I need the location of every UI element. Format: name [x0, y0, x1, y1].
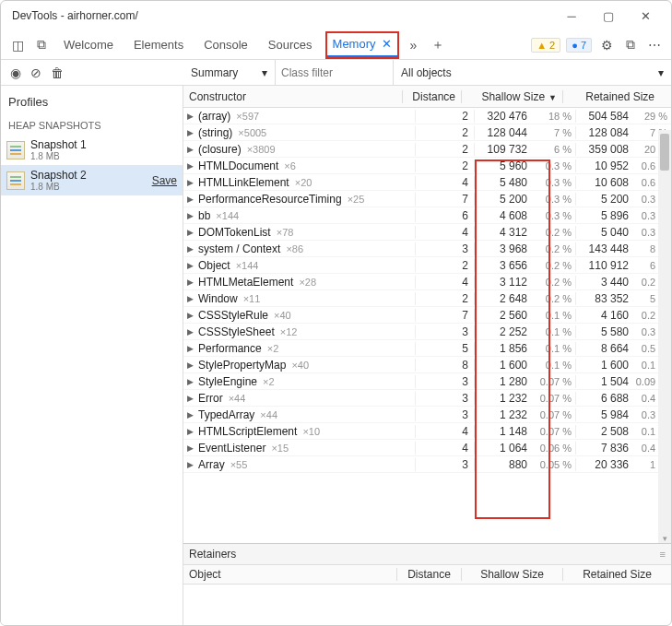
class-filter-input[interactable] [276, 60, 393, 85]
table-row[interactable]: ▶TypedArray×4431 2320.07 %5 9840.3 % [183, 407, 671, 423]
tab-console[interactable]: Console [195, 31, 257, 59]
snapshot-item-2[interactable]: Snapshot 2 1.8 MB Save [1, 165, 183, 195]
expand-icon[interactable]: ▶ [187, 327, 196, 337]
shallow-value: 1 280 [474, 375, 529, 388]
table-row[interactable]: ▶EventListener×1541 0640.06 %7 8360.4 % [183, 440, 671, 456]
shallow-value: 2 560 [474, 309, 529, 322]
table-row[interactable]: ▶PerformanceResourceTiming×2575 2000.3 %… [183, 191, 671, 207]
ret-col-distance[interactable]: Distance [396, 568, 461, 581]
view-dropdown[interactable]: Summary ▾ [183, 60, 276, 85]
device-icon[interactable]: ⧉ [30, 37, 53, 53]
table-row[interactable]: ▶(array)×5972320 47618 %504 58429 % [183, 108, 671, 124]
expand-icon[interactable]: ▶ [187, 360, 196, 370]
col-retained[interactable]: Retained Size [562, 90, 671, 103]
inspect-icon[interactable]: ◫ [6, 38, 29, 53]
minimize-icon[interactable]: ─ [553, 9, 590, 23]
expand-icon[interactable]: ▶ [187, 443, 196, 453]
tab-close-icon[interactable]: ✕ [382, 30, 392, 58]
shallow-pct: 0.3 % [529, 210, 575, 221]
record-icon[interactable]: ◉ [10, 65, 21, 80]
constructor-name: StylePropertyMap [198, 359, 286, 372]
table-row[interactable]: ▶StylePropertyMap×4081 6000.1 %1 6000.1 … [183, 357, 671, 373]
table-row[interactable]: ▶HTMLMetaElement×2843 1120.2 %3 4400.2 % [183, 274, 671, 290]
clear-icon[interactable]: ⊘ [30, 65, 41, 80]
table-row[interactable]: ▶HTMLDocument×625 9600.3 %10 9520.6 % [183, 158, 671, 174]
expand-icon[interactable]: ▶ [187, 161, 196, 171]
tab-memory[interactable]: Memory ✕ [327, 33, 397, 57]
expand-icon[interactable]: ▶ [187, 278, 196, 287]
table-row[interactable]: ▶(closure)×38092109 7326 %359 00820 % [183, 141, 671, 158]
retainers-menu-icon[interactable]: ≡ [660, 549, 666, 560]
table-row[interactable]: ▶StyleEngine×231 2800.07 %1 5040.09 % [183, 373, 671, 390]
expand-icon[interactable]: ▶ [187, 377, 196, 386]
info-badge[interactable]: ●7 [566, 38, 592, 53]
expand-icon[interactable]: ▶ [187, 410, 196, 419]
expand-icon[interactable]: ▶ [187, 261, 196, 270]
allobjects-dropdown[interactable]: All objects ▾ [394, 66, 671, 79]
expand-icon[interactable]: ▶ [187, 211, 196, 220]
scroll-down-icon[interactable]: ▾ [658, 534, 671, 543]
col-shallow[interactable]: Shallow Size▼ [461, 90, 562, 103]
more-tabs-icon[interactable]: » [403, 38, 425, 53]
expand-icon[interactable]: ▶ [187, 460, 196, 469]
ret-col-retained[interactable]: Retained Size [562, 568, 671, 581]
expand-icon[interactable]: ▶ [187, 178, 196, 187]
shallow-value: 5 960 [474, 159, 529, 172]
delete-icon[interactable]: 🗑 [51, 65, 64, 80]
ret-col-object[interactable]: Object [183, 568, 396, 581]
expand-icon[interactable]: ▶ [187, 344, 196, 353]
col-distance[interactable]: Distance [402, 90, 461, 103]
add-tab-icon[interactable]: ＋ [427, 37, 449, 53]
retained-value: 128 084 [575, 126, 631, 139]
dock-icon[interactable]: ⧉ [619, 37, 642, 53]
expand-icon[interactable]: ▶ [187, 228, 196, 237]
table-row[interactable]: ▶Window×1122 6480.2 %83 3525 % [183, 290, 671, 307]
tabbar: ◫ ⧉ Welcome Elements Console Sources Mem… [1, 30, 671, 60]
snapshot-save-link[interactable]: Save [152, 174, 177, 187]
shallow-value: 2 252 [474, 325, 529, 338]
constructor-name: PerformanceResourceTiming [198, 193, 342, 206]
expand-icon[interactable]: ▶ [187, 394, 196, 403]
ret-col-shallow[interactable]: Shallow Size [461, 568, 562, 581]
shallow-value: 4 608 [474, 209, 529, 222]
constructor-name: (string) [198, 126, 232, 139]
distance-value: 5 [415, 342, 474, 355]
scrollbar-thumb[interactable] [660, 134, 669, 171]
snapshot-icon [6, 141, 25, 159]
table-row[interactable]: ▶HTMLScriptElement×1041 1480.07 %2 5080.… [183, 423, 671, 440]
expand-icon[interactable]: ▶ [187, 427, 196, 436]
more-icon[interactable]: ⋯ [643, 38, 666, 53]
table-row[interactable]: ▶HTMLLinkElement×2045 4800.3 %10 6080.6 … [183, 174, 671, 191]
instance-count: ×40 [274, 310, 291, 321]
expand-icon[interactable]: ▶ [187, 311, 196, 320]
col-constructor[interactable]: Constructor [183, 90, 402, 103]
table-row[interactable]: ▶Array×5538800.05 %20 3361 % [183, 456, 671, 473]
warnings-badge[interactable]: ▲2 [531, 38, 560, 53]
settings-icon[interactable]: ⚙ [595, 38, 618, 53]
tab-welcome[interactable]: Welcome [54, 31, 123, 59]
table-row[interactable]: ▶Error×4431 2320.07 %6 6880.4 % [183, 390, 671, 407]
distance-value: 4 [415, 276, 474, 289]
table-row[interactable]: ▶Object×14423 6560.2 %110 9126 % [183, 257, 671, 274]
scrollbar[interactable]: ▾ [658, 130, 671, 543]
table-row[interactable]: ▶Performance×251 8560.1 %8 6640.5 % [183, 340, 671, 357]
expand-icon[interactable]: ▶ [187, 112, 196, 121]
expand-icon[interactable]: ▶ [187, 294, 196, 303]
snapshot-item-1[interactable]: Snapshot 1 1.8 MB [1, 135, 183, 165]
table-row[interactable]: ▶bb×14464 6080.3 %5 8960.3 % [183, 207, 671, 224]
expand-icon[interactable]: ▶ [187, 195, 196, 204]
table-row[interactable]: ▶(string)×50052128 0447 %128 0847 % [183, 124, 671, 141]
expand-icon[interactable]: ▶ [187, 244, 196, 254]
retained-value: 20 336 [575, 458, 631, 471]
table-row[interactable]: ▶CSSStyleSheet×1232 2520.1 %5 5800.3 % [183, 324, 671, 340]
tab-sources[interactable]: Sources [259, 31, 322, 59]
expand-icon[interactable]: ▶ [187, 145, 196, 154]
close-icon[interactable]: ✕ [627, 9, 664, 23]
maximize-icon[interactable]: ▢ [590, 9, 627, 23]
instance-count: ×44 [260, 409, 277, 420]
table-row[interactable]: ▶DOMTokenList×7844 3120.2 %5 0400.3 % [183, 224, 671, 241]
tab-elements[interactable]: Elements [124, 31, 193, 59]
table-row[interactable]: ▶CSSStyleRule×4072 5600.1 %4 1600.2 % [183, 307, 671, 324]
table-row[interactable]: ▶system / Context×8633 9680.2 %143 4488 … [183, 241, 671, 257]
expand-icon[interactable]: ▶ [187, 128, 196, 137]
